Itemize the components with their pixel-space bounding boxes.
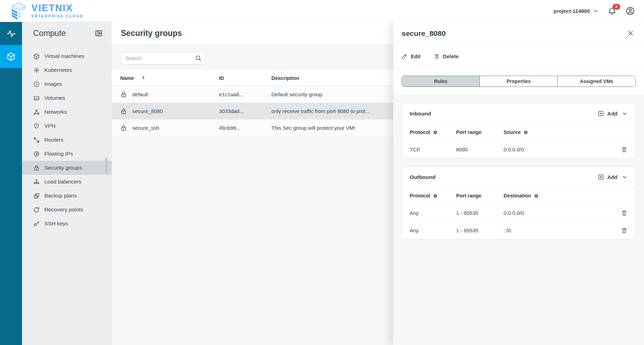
edit-button[interactable]: Edit — [402, 53, 420, 59]
cell-id: 49cb99... — [219, 125, 271, 131]
app-root: VIETNIX ENTERPRISE CLOUD project-114800 … — [0, 0, 644, 345]
copy-squares-icon — [33, 193, 40, 199]
sidebar-item-label: Volumes — [44, 95, 65, 101]
sidebar-item-load-balancers[interactable]: Load balancers — [22, 175, 112, 189]
column-label: ID — [219, 75, 224, 81]
close-panel-button[interactable] — [627, 30, 634, 37]
info-icon[interactable] — [534, 194, 539, 198]
column-label: Port range — [456, 193, 482, 198]
sidebar-item-networks[interactable]: Networks — [22, 105, 112, 119]
column-label: Port range — [456, 129, 482, 135]
delete-rule-button[interactable] — [621, 227, 628, 234]
security-groups-table: Name ID Description default e1c1aa8... D… — [112, 70, 393, 136]
panel-tabs: Rules Properties Assigned VMs — [402, 76, 636, 87]
tab-properties[interactable]: Properties — [480, 76, 557, 87]
vietnix-logo[interactable]: VIETNIX ENTERPRISE CLOUD — [10, 2, 83, 20]
chevron-down-icon[interactable] — [622, 111, 628, 117]
column-header-id[interactable]: ID — [219, 75, 271, 81]
sidebar-item-label: Backup plans — [44, 193, 77, 199]
trash-icon — [621, 210, 628, 216]
main-title-bar: Security groups — [112, 22, 393, 45]
panel-toolbar: Edit Delete — [393, 45, 644, 68]
inbound-rule-row: TCP 8080 0.0.0.0/0 — [402, 141, 635, 158]
column-label: Protocol — [410, 129, 430, 135]
rule-protocol: Any — [410, 210, 456, 216]
outbound-card-header: Outbound Add — [402, 167, 635, 187]
group-name: default — [132, 91, 148, 97]
panel-tabs-wrap: Rules Properties Assigned VMs — [393, 68, 644, 95]
sidebar-item-virtual-machines[interactable]: Virtual machines — [22, 49, 112, 63]
project-name: project-114800 — [554, 8, 590, 14]
project-selector[interactable]: project-114800 — [554, 8, 599, 14]
tab-assigned-vms[interactable]: Assigned VMs — [557, 76, 635, 87]
tree-icon — [33, 179, 40, 185]
outbound-rule-row: Any 1 - 65535 0.0.0.0/0 — [402, 204, 635, 222]
notifications-button[interactable]: 2 — [608, 7, 616, 15]
tab-label: Properties — [506, 78, 530, 84]
info-icon[interactable] — [433, 194, 438, 198]
search-input[interactable] — [121, 52, 205, 65]
delete-button[interactable]: Delete — [434, 53, 459, 59]
cell-description: only receive traffic from port 8080 to p… — [271, 108, 393, 114]
sidebar-item-images[interactable]: Images — [22, 77, 112, 91]
delete-rule-button[interactable] — [621, 210, 628, 216]
column-header-source: Source — [504, 129, 628, 135]
column-label: Description — [271, 75, 299, 81]
sidebar-item-ssh-keys[interactable]: SSH keys — [22, 217, 112, 231]
column-header-description[interactable]: Description — [271, 75, 393, 81]
info-icon[interactable] — [433, 130, 438, 135]
outbound-add-button[interactable]: Add — [598, 174, 617, 180]
kubernetes-wheel-icon — [33, 67, 40, 74]
cell-description: This Sec group will protect your VM! — [271, 125, 393, 131]
outbound-rules-header: Protocol Port range Destination — [402, 187, 635, 204]
sidebar-item-routers[interactable]: Routers — [22, 133, 112, 147]
column-header-port-range: Port range — [456, 129, 504, 135]
search-icon[interactable] — [195, 55, 202, 61]
pencil-icon — [402, 53, 408, 59]
sidebar-item-recovery-points[interactable]: Recovery points — [22, 203, 112, 217]
trash-icon — [434, 53, 440, 59]
account-button[interactable] — [625, 6, 635, 16]
delete-rule-button[interactable] — [621, 146, 628, 153]
swap-arrows-icon — [33, 137, 40, 143]
top-bar: VIETNIX ENTERPRISE CLOUD project-114800 … — [0, 0, 644, 22]
inbound-card-header: Inbound Add — [402, 104, 635, 124]
notification-badge: 2 — [613, 4, 620, 10]
sidebar-item-kubernetes[interactable]: Kubernetes — [22, 63, 112, 77]
sidebar-item-floating-ips[interactable]: Floating IPs — [22, 147, 112, 161]
sidebar-item-label: Security groups — [44, 165, 82, 171]
rail-item-compute[interactable] — [0, 45, 22, 68]
sidebar-item-security-groups[interactable]: Security groups — [22, 161, 112, 175]
circle-arrow-icon — [33, 151, 40, 157]
rule-destination: ::/0 — [504, 227, 621, 233]
tab-rules[interactable]: Rules — [402, 76, 480, 87]
sidebar-item-label: Networks — [44, 109, 67, 115]
group-name: secure_ssh — [132, 125, 159, 131]
sidebar-item-label: Kubernetes — [44, 67, 72, 73]
column-header-protocol: Protocol — [410, 193, 456, 198]
search-box — [121, 52, 205, 65]
chevron-down-icon[interactable] — [622, 174, 628, 180]
sidebar-item-backup-plans[interactable]: Backup plans — [22, 189, 112, 203]
chevron-down-icon — [593, 8, 599, 14]
table-row-default[interactable]: default e1c1aa8... Default security grou… — [112, 86, 393, 103]
inbound-add-button[interactable]: Add — [598, 110, 617, 117]
column-header-name[interactable]: Name — [120, 75, 219, 81]
table-header-row: Name ID Description — [112, 70, 393, 86]
collapse-sidebar-button[interactable] — [95, 29, 103, 37]
sidebar-menu: Virtual machines Kubernetes Images Volum… — [22, 45, 112, 231]
table-row-secure-ssh[interactable]: secure_ssh 49cb99... This Sec group will… — [112, 120, 393, 136]
rail-item-monitoring[interactable] — [0, 22, 22, 45]
sidebar-item-volumes[interactable]: Volumes — [22, 91, 112, 105]
cell-id: 3033dad... — [219, 108, 271, 114]
column-header-port-range: Port range — [456, 193, 504, 198]
info-icon[interactable] — [524, 130, 528, 135]
close-icon — [627, 30, 634, 37]
sidebar-scrollbar-thumb[interactable] — [105, 158, 108, 173]
sidebar-item-vpn[interactable]: VPN — [22, 119, 112, 133]
main-content: Security groups Name ID Description — [112, 22, 393, 345]
table-row-secure-8080[interactable]: secure_8080 3033dad... only receive traf… — [112, 103, 393, 120]
column-label: Protocol — [410, 193, 430, 198]
lock-icon — [120, 125, 127, 132]
plus-square-icon — [598, 174, 604, 180]
